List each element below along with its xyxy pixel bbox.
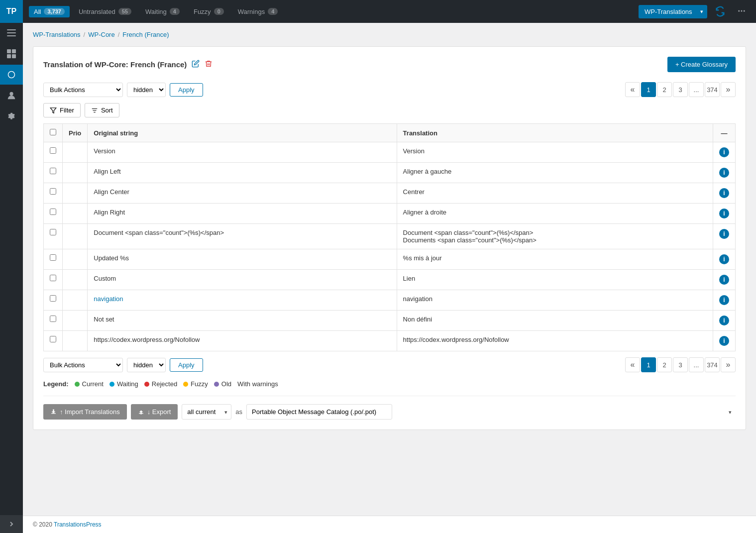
page-1-top[interactable]: 1 xyxy=(641,82,656,97)
info-icon[interactable]: i xyxy=(719,336,729,346)
row-checkbox-cell xyxy=(44,224,63,249)
row-checkbox-cell xyxy=(44,311,63,331)
row-checkbox[interactable] xyxy=(50,275,56,281)
info-icon[interactable]: i xyxy=(719,254,729,264)
tab-all[interactable]: All 3,737 xyxy=(29,6,70,17)
row-prio xyxy=(63,331,88,351)
tab-fuzzy[interactable]: Fuzzy 0 xyxy=(189,6,229,17)
breadcrumb-wp-translations[interactable]: WP-Translations xyxy=(33,31,81,38)
row-checkbox[interactable] xyxy=(50,209,56,215)
legend-waiting: Waiting xyxy=(109,380,138,388)
original-link[interactable]: navigation xyxy=(94,295,123,303)
page-last-bottom[interactable]: » xyxy=(721,357,736,372)
tab-warnings-badge: 4 xyxy=(268,8,278,15)
main-area: All 3,737 Untranslated 55 Waiting 4 Fuzz… xyxy=(23,0,756,533)
row-checkbox[interactable] xyxy=(50,336,56,342)
tab-untranslated[interactable]: Untranslated 55 xyxy=(74,6,136,17)
page-1-bottom[interactable]: 1 xyxy=(641,357,656,372)
legend-fuzzy: Fuzzy xyxy=(183,380,208,388)
hidden-select-top[interactable]: hidden xyxy=(127,83,166,97)
page-3-bottom[interactable]: 3 xyxy=(673,357,688,372)
sidebar-item-users[interactable] xyxy=(0,86,23,106)
row-info: i xyxy=(713,290,736,311)
refresh-button[interactable] xyxy=(711,2,729,20)
legend-current-label: Current xyxy=(82,380,104,388)
row-checkbox[interactable] xyxy=(50,254,56,261)
sidebar-item-dashboard[interactable] xyxy=(0,44,23,64)
bulk-actions-select-top[interactable]: Bulk Actions xyxy=(43,83,123,97)
breadcrumb-wp-core[interactable]: WP-Core xyxy=(88,31,114,38)
create-glossary-button[interactable]: + Create Glossary xyxy=(667,57,736,72)
sidebar-expand-button[interactable] xyxy=(0,515,23,533)
dot-current xyxy=(75,382,80,387)
breadcrumb-french[interactable]: French (France) xyxy=(122,31,169,38)
bulk-actions-select-bottom[interactable]: Bulk Actions xyxy=(43,358,123,372)
legend: Legend: Current Waiting Rejected Fuzzy xyxy=(43,380,736,388)
svg-rect-4 xyxy=(12,49,16,53)
nav-more-menu[interactable] xyxy=(733,4,750,19)
format-select[interactable]: Portable Object Message Catalog (.po/.po… xyxy=(246,404,392,420)
row-prio xyxy=(63,290,88,311)
export-scope-select[interactable]: all current xyxy=(182,404,231,420)
page-3-top[interactable]: 3 xyxy=(673,82,688,97)
dot-waiting xyxy=(109,382,114,387)
row-checkbox[interactable] xyxy=(50,168,56,174)
sidebar-item-translations[interactable] xyxy=(0,65,23,85)
footer-brand-link[interactable]: TranslationsPress xyxy=(54,521,102,528)
row-original: Align Center xyxy=(88,183,397,204)
row-prio xyxy=(63,270,88,290)
row-prio xyxy=(63,183,88,204)
hidden-select-bottom[interactable]: hidden xyxy=(127,358,166,372)
page-374-top[interactable]: 374 xyxy=(705,82,720,97)
apply-button-top[interactable]: Apply xyxy=(170,83,203,97)
import-export-bar: ↑ Import Translations ↓ Export all curre… xyxy=(43,396,736,420)
tab-warnings[interactable]: Warnings 4 xyxy=(233,6,283,17)
row-original: Updated %s xyxy=(88,249,397,270)
sidebar-logo[interactable]: TP xyxy=(0,0,23,23)
edit-icon[interactable] xyxy=(192,60,200,69)
sidebar-item-settings[interactable] xyxy=(0,107,23,126)
page-last-top[interactable]: » xyxy=(721,82,736,97)
delete-icon[interactable] xyxy=(205,60,213,69)
row-checkbox-cell xyxy=(44,331,63,351)
row-original: Document <span class="count">(%s)</span> xyxy=(88,224,397,249)
dot-rejected xyxy=(144,382,149,387)
select-all-checkbox[interactable] xyxy=(50,129,56,135)
row-checkbox[interactable] xyxy=(50,147,56,154)
tab-waiting[interactable]: Waiting 4 xyxy=(140,6,185,17)
row-checkbox[interactable] xyxy=(50,316,56,322)
info-icon[interactable]: i xyxy=(719,209,729,218)
sidebar-menu-icon[interactable] xyxy=(0,23,23,43)
row-checkbox[interactable] xyxy=(50,295,56,302)
page-first-bottom[interactable]: « xyxy=(625,357,640,372)
row-checkbox[interactable] xyxy=(50,229,56,235)
apply-button-bottom[interactable]: Apply xyxy=(170,358,203,372)
sort-button[interactable]: Sort xyxy=(85,103,119,117)
info-icon[interactable]: i xyxy=(719,229,729,239)
info-icon[interactable]: i xyxy=(719,147,729,157)
table-row: VersionVersioni xyxy=(44,142,736,163)
info-icon[interactable]: i xyxy=(719,188,729,198)
tab-waiting-badge: 4 xyxy=(170,8,180,15)
info-icon[interactable]: i xyxy=(719,275,729,285)
filter-label: Filter xyxy=(60,107,74,114)
import-button[interactable]: ↑ Import Translations xyxy=(43,404,127,420)
info-icon[interactable]: i xyxy=(719,295,729,305)
filter-button[interactable]: Filter xyxy=(43,103,81,117)
row-checkbox[interactable] xyxy=(50,188,56,195)
page-first-top[interactable]: « xyxy=(625,82,640,97)
info-icon[interactable]: i xyxy=(719,316,729,325)
card-title-area: Translation of WP-Core: French (France) xyxy=(43,60,213,69)
row-checkbox-cell xyxy=(44,204,63,224)
toolbar-top: Bulk Actions hidden Apply « 1 2 3 ... 37… xyxy=(43,82,736,97)
export-button[interactable]: ↓ Export xyxy=(131,404,178,420)
page-374-bottom[interactable]: 374 xyxy=(705,357,720,372)
project-selector[interactable]: WP-Translations xyxy=(639,5,707,18)
svg-point-10 xyxy=(744,10,745,11)
page-2-bottom[interactable]: 2 xyxy=(657,357,672,372)
page-2-top[interactable]: 2 xyxy=(657,82,672,97)
svg-point-9 xyxy=(741,10,743,11)
row-translation: Centrer xyxy=(397,183,713,204)
info-icon[interactable]: i xyxy=(719,168,729,178)
tab-fuzzy-badge: 0 xyxy=(214,8,224,15)
